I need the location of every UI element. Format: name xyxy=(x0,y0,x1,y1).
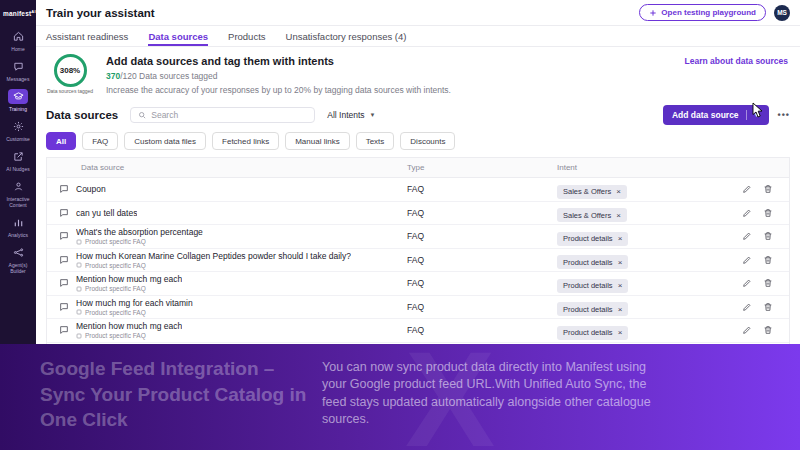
sidebar-item-agent-s-builder[interactable]: Agent(s) Builder xyxy=(0,245,36,274)
page-title: Train your assistant xyxy=(46,7,155,19)
edit-icon[interactable] xyxy=(742,302,752,312)
intent-cell: Product details× xyxy=(557,251,717,270)
intent-filter-select[interactable]: All Intents ▼ xyxy=(327,110,375,120)
remove-intent-icon[interactable]: × xyxy=(616,211,621,220)
chat-bubble-icon xyxy=(59,302,69,312)
chat-bubble-icon xyxy=(59,325,69,335)
delete-icon[interactable] xyxy=(763,325,773,335)
customise-icon xyxy=(8,119,28,134)
learn-about-data-sources-link[interactable]: Learn about data sources xyxy=(685,56,788,66)
more-options-button[interactable]: ••• xyxy=(778,110,790,120)
remove-intent-icon[interactable]: × xyxy=(618,234,623,243)
chat-bubble-icon xyxy=(59,231,69,241)
filter-chip-faq[interactable]: FAQ xyxy=(82,132,118,150)
remove-intent-icon[interactable]: × xyxy=(618,328,623,337)
table-body: CouponFAQSales & Offers×can yu tell date… xyxy=(47,178,789,366)
sidebar-item-label: Messages xyxy=(1,76,35,82)
tag-icon xyxy=(76,333,82,339)
delete-icon[interactable] xyxy=(763,231,773,241)
training-icon xyxy=(8,89,28,104)
sidebar-item-home[interactable]: Home xyxy=(0,29,36,52)
intent-badge[interactable]: Product details× xyxy=(557,302,628,316)
intent-cell: Sales & Offers× xyxy=(557,204,717,223)
data-source-name: Mention how much mg each xyxy=(76,321,182,331)
filter-chip-discounts[interactable]: Discounts xyxy=(400,132,455,150)
sidebar-item-ai-nudges[interactable]: AI Nudges xyxy=(0,149,36,172)
sidebar-item-customise[interactable]: Customise xyxy=(0,119,36,142)
row-subtitle: Product specific FAQ xyxy=(76,285,182,292)
brand-logo: manifestAI xyxy=(0,0,36,23)
table-row: can yu tell datesFAQSales & Offers× xyxy=(47,202,789,226)
data-source-cell: Coupon xyxy=(47,184,407,194)
tab-products[interactable]: Products xyxy=(228,26,266,46)
data-source-name: Mention how much mg each xyxy=(76,274,182,284)
filter-chip-all[interactable]: All xyxy=(46,132,76,150)
progress-gauge: 308% Data sources tagged xyxy=(46,54,94,95)
open-testing-playground-button[interactable]: Open testing playground xyxy=(639,4,766,21)
sidebar-item-analytics[interactable]: Analytics xyxy=(0,215,36,238)
data-source-name: How much mg for each vitamin xyxy=(76,298,193,308)
intent-badge[interactable]: Product details× xyxy=(557,232,628,246)
data-sources-toolbar: Data sources All Intents ▼ Add data sour… xyxy=(36,100,800,129)
sidebar-nav: HomeMessagesTrainingCustomiseAI NudgesIn… xyxy=(0,29,36,274)
add-data-source-button[interactable]: Add data source ▼ xyxy=(663,105,769,125)
intent-cell: Product details× xyxy=(557,227,717,246)
row-actions xyxy=(717,184,789,194)
search-input[interactable] xyxy=(151,110,307,120)
remove-intent-icon[interactable]: × xyxy=(618,258,623,267)
intent-badge[interactable]: Product details× xyxy=(557,279,628,293)
filter-chip-manual-links[interactable]: Manual links xyxy=(285,132,349,150)
home-icon xyxy=(8,29,28,44)
delete-icon[interactable] xyxy=(763,208,773,218)
plus-icon xyxy=(649,9,657,17)
edit-icon[interactable] xyxy=(742,231,752,241)
data-source-cell: What's the absorption percentageProduct … xyxy=(47,227,407,245)
overview-heading: Add data sources and tag them with inten… xyxy=(106,55,451,67)
header-actions xyxy=(717,163,789,172)
remove-intent-icon[interactable]: × xyxy=(616,187,621,196)
chevron-down-icon: ▼ xyxy=(754,112,760,118)
tab-unsatisfactory-responses-4[interactable]: Unsatisfactory responses (4) xyxy=(286,26,407,46)
intent-cell: Product details× xyxy=(557,321,717,340)
sidebar-item-label: Home xyxy=(1,46,35,52)
gauge-label: Data sources tagged xyxy=(46,88,94,94)
chat-bubble-icon xyxy=(59,208,69,218)
sidebar-item-interactive-content[interactable]: Interactive Content xyxy=(0,179,36,208)
edit-icon[interactable] xyxy=(742,255,752,265)
sidebar-item-training[interactable]: Training xyxy=(0,89,36,112)
tab-data-sources[interactable]: Data sources xyxy=(148,26,208,46)
remove-intent-icon[interactable]: × xyxy=(618,305,623,314)
edit-icon[interactable] xyxy=(742,184,752,194)
intent-badge[interactable]: Sales & Offers× xyxy=(557,185,627,199)
edit-icon[interactable] xyxy=(742,325,752,335)
intent-badge[interactable]: Product details× xyxy=(557,326,628,340)
delete-icon[interactable] xyxy=(763,278,773,288)
overview-text: Add data sources and tag them with inten… xyxy=(106,54,451,95)
table-row: CouponFAQSales & Offers× xyxy=(47,178,789,202)
delete-icon[interactable] xyxy=(763,302,773,312)
row-subtitle: Product specific FAQ xyxy=(76,238,203,245)
top-right: Open testing playground MS xyxy=(639,4,790,21)
edit-icon[interactable] xyxy=(742,208,752,218)
delete-icon[interactable] xyxy=(763,255,773,265)
intent-cell: Product details× xyxy=(557,298,717,317)
data-source-cell: Mention how much mg eachProduct specific… xyxy=(47,274,407,292)
filter-chip-custom-data-files[interactable]: Custom data files xyxy=(124,132,206,150)
header-type: Type xyxy=(407,163,557,172)
row-actions xyxy=(717,325,789,335)
search-box xyxy=(130,107,315,123)
filter-chip-texts[interactable]: Texts xyxy=(356,132,395,150)
sidebar-item-messages[interactable]: Messages xyxy=(0,59,36,82)
intent-badge[interactable]: Sales & Offers× xyxy=(557,208,627,222)
avatar[interactable]: MS xyxy=(774,5,790,21)
table-row: Mention how much mg eachProduct specific… xyxy=(47,319,789,343)
tab-assistant-readiness[interactable]: Assistant readiness xyxy=(46,26,128,46)
delete-icon[interactable] xyxy=(763,184,773,194)
edit-icon[interactable] xyxy=(742,278,752,288)
filter-chip-fetched-links[interactable]: Fetched links xyxy=(212,132,279,150)
filter-chip-row: AllFAQCustom data filesFetched linksManu… xyxy=(36,129,800,157)
tag-icon xyxy=(76,262,82,268)
intent-badge[interactable]: Product details× xyxy=(557,255,628,269)
chevron-down-icon: ▼ xyxy=(370,112,376,118)
remove-intent-icon[interactable]: × xyxy=(618,281,623,290)
